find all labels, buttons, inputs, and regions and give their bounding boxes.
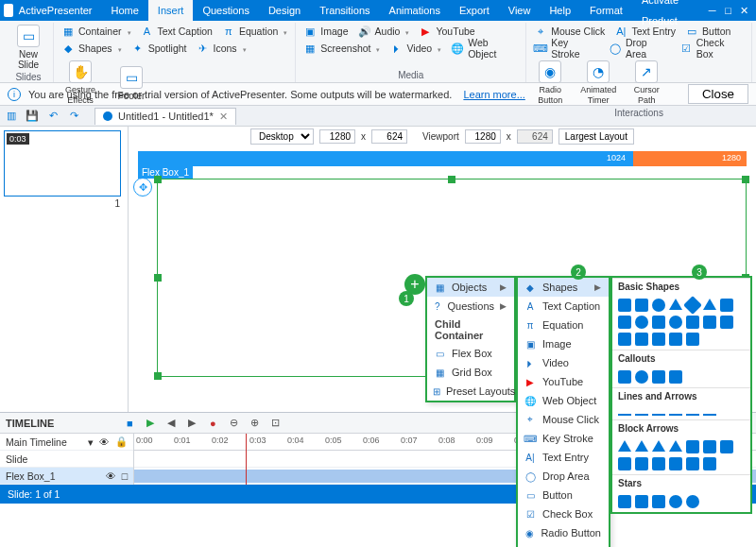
menu-video[interactable]: ⏵Video bbox=[518, 353, 609, 372]
window-close[interactable]: ✕ bbox=[736, 0, 752, 21]
shape-arrow[interactable] bbox=[618, 440, 631, 452]
menu-text-caption[interactable]: AText Caption bbox=[518, 297, 609, 316]
shape-circle[interactable] bbox=[652, 299, 665, 312]
tl-play[interactable]: ▶ bbox=[143, 416, 158, 431]
shape-diamond[interactable] bbox=[683, 296, 702, 315]
width-input[interactable] bbox=[319, 129, 355, 144]
menu-preset-layouts[interactable]: ⊞Preset Layouts▶ bbox=[427, 382, 514, 401]
drop-area-button[interactable]: ◯Drop Area bbox=[607, 40, 672, 57]
tl-prev[interactable]: ◀ bbox=[163, 416, 179, 431]
spotlight-button[interactable]: ✦Spotlight bbox=[129, 40, 189, 57]
shape-callout[interactable] bbox=[652, 370, 665, 384]
menu-grid-box[interactable]: ▦Grid Box bbox=[427, 363, 514, 382]
responsive-ruler[interactable]: 1024 1280 bbox=[138, 151, 747, 166]
tl-record[interactable]: ● bbox=[205, 416, 220, 431]
track-flex-box[interactable]: Flex Box_1👁□ bbox=[0, 468, 133, 485]
menu-web-object[interactable]: 🌐Web Object bbox=[518, 391, 609, 410]
shape-line[interactable] bbox=[703, 414, 716, 416]
tl-zoom-out[interactable]: ⊖ bbox=[226, 416, 241, 431]
timeline-dropdown[interactable]: Main Timeline▾👁🔒 bbox=[0, 434, 133, 451]
shape-rect[interactable] bbox=[618, 333, 631, 346]
shape-star[interactable] bbox=[686, 495, 699, 508]
height-input[interactable] bbox=[371, 129, 407, 144]
shape-rect[interactable] bbox=[618, 299, 631, 312]
tl-zoom-fit[interactable]: ⊡ bbox=[267, 416, 283, 431]
resize-handle[interactable] bbox=[154, 176, 162, 183]
shape-circle[interactable] bbox=[635, 316, 648, 329]
shape-arrow[interactable] bbox=[618, 457, 631, 470]
resize-handle[interactable] bbox=[742, 176, 749, 183]
menu-image[interactable]: ▣Image bbox=[518, 334, 609, 353]
shape-star[interactable] bbox=[635, 495, 648, 508]
tl-stop[interactable]: ■ bbox=[122, 416, 137, 431]
animated-timer-button[interactable]: ◔Animated Timer bbox=[576, 59, 621, 108]
learn-more-link[interactable]: Learn more... bbox=[463, 89, 524, 100]
menu-mouse-click[interactable]: ⌖Mouse Click bbox=[518, 410, 609, 429]
shape-line[interactable] bbox=[635, 414, 648, 416]
shape-arrow[interactable] bbox=[652, 440, 665, 452]
eye-icon[interactable]: 👁 bbox=[99, 436, 110, 448]
audio-button[interactable]: 🔊Audio bbox=[356, 23, 412, 40]
shape-line[interactable] bbox=[669, 414, 682, 416]
container-button[interactable]: ▦Container bbox=[60, 23, 133, 40]
window-minimize[interactable]: ─ bbox=[704, 0, 720, 21]
screenshot-button[interactable]: ▦Screenshot bbox=[301, 40, 382, 57]
vp-height-input[interactable] bbox=[517, 129, 553, 144]
shape-rect[interactable] bbox=[686, 333, 699, 346]
tab-home[interactable]: Home bbox=[102, 0, 148, 21]
shape-callout[interactable] bbox=[635, 370, 648, 384]
doc-close-icon[interactable]: ✕ bbox=[219, 111, 228, 123]
shape-rect[interactable] bbox=[635, 299, 648, 312]
shape-arrow[interactable] bbox=[635, 440, 648, 452]
notice-close-button[interactable]: Close bbox=[688, 84, 748, 104]
menu-flex-box[interactable]: ▭Flex Box bbox=[427, 344, 514, 363]
video-button[interactable]: ⏵Video bbox=[387, 40, 443, 57]
shape-arrow[interactable] bbox=[635, 457, 648, 470]
shape-line[interactable] bbox=[618, 414, 631, 416]
equation-button[interactable]: πEquation bbox=[220, 23, 289, 40]
resize-handle[interactable] bbox=[154, 274, 162, 282]
menu-objects[interactable]: ▦Objects▶ bbox=[427, 278, 514, 297]
tab-view[interactable]: View bbox=[499, 0, 541, 21]
gesture-button[interactable]: ✋Gesture Effects bbox=[60, 59, 101, 108]
check-box-button[interactable]: ☑Check Box bbox=[678, 40, 746, 57]
qa-save[interactable]: 💾 bbox=[25, 109, 40, 124]
resize-handle[interactable] bbox=[154, 372, 162, 380]
resize-handle[interactable] bbox=[448, 176, 455, 183]
shape-triangle[interactable] bbox=[703, 299, 716, 310]
image-button[interactable]: ▣Image bbox=[301, 23, 350, 40]
tab-questions[interactable]: Questions bbox=[193, 0, 259, 21]
playhead[interactable] bbox=[246, 434, 247, 485]
web-object-button[interactable]: 🌐Web Object bbox=[449, 40, 520, 57]
menu-questions[interactable]: ?Questions▶ bbox=[427, 297, 514, 316]
shape-arrow[interactable] bbox=[669, 457, 682, 470]
shape-rect[interactable] bbox=[686, 316, 699, 329]
slide-thumbnail[interactable]: 0:03 bbox=[4, 130, 121, 197]
menu-shapes[interactable]: ◆Shapes▶ bbox=[518, 278, 609, 297]
new-slide-button[interactable]: ▭ New Slide bbox=[9, 23, 47, 72]
menu-equation[interactable]: πEquation bbox=[518, 316, 609, 334]
qa-redo[interactable]: ↷ bbox=[66, 109, 81, 124]
flex-box-label[interactable]: Flex Box_1 bbox=[138, 166, 193, 179]
shape-arrow[interactable] bbox=[720, 440, 733, 453]
shape-rect[interactable] bbox=[669, 333, 682, 346]
icons-button[interactable]: ✈Icons bbox=[195, 40, 249, 57]
largest-layout-button[interactable]: Largest Layout bbox=[558, 128, 634, 145]
shape-callout[interactable] bbox=[618, 370, 631, 384]
tl-next[interactable]: ▶ bbox=[184, 416, 199, 431]
shape-arrow[interactable] bbox=[669, 440, 682, 452]
tab-export[interactable]: Export bbox=[450, 0, 499, 21]
tab-help[interactable]: Help bbox=[540, 0, 580, 21]
vp-width-input[interactable] bbox=[465, 129, 501, 144]
shapes-button[interactable]: ◆Shapes bbox=[60, 40, 124, 57]
shape-rect[interactable] bbox=[652, 316, 665, 329]
menu-key-stroke[interactable]: ⌨Key Stroke bbox=[518, 429, 609, 448]
menu-drop-area[interactable]: ◯Drop Area bbox=[518, 467, 609, 486]
shape-rect[interactable] bbox=[720, 316, 733, 329]
tab-transitions[interactable]: Transitions bbox=[310, 0, 379, 21]
shape-arrow[interactable] bbox=[686, 440, 699, 453]
tab-design[interactable]: Design bbox=[259, 0, 310, 21]
key-stroke-button[interactable]: ⌨Key Stroke bbox=[532, 40, 601, 57]
tab-animations[interactable]: Animations bbox=[380, 0, 450, 21]
shape-arrow[interactable] bbox=[686, 457, 699, 470]
